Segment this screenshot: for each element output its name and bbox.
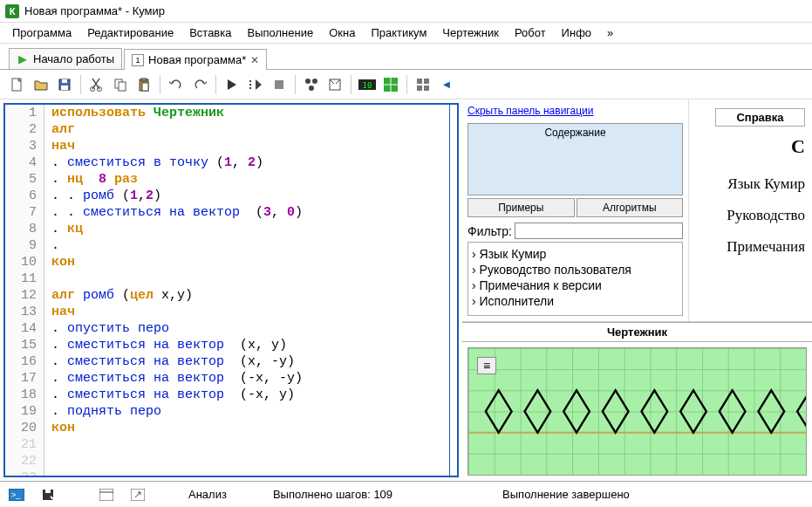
redo-button[interactable] [189,74,210,95]
svg-point-15 [305,79,310,84]
svg-rect-3 [61,86,68,90]
tab-label: Начало работы [33,52,114,65]
cut-button[interactable] [86,74,107,95]
svg-rect-24 [417,79,422,84]
svg-rect-33 [45,490,51,493]
svg-point-17 [309,86,314,91]
analyze-label: Анализ [188,488,227,501]
tab-start[interactable]: ▶ Начало работы [9,48,122,69]
stop-button[interactable] [269,74,290,95]
drawer-button[interactable] [380,74,401,95]
menu-item-инфо[interactable]: Инфо [555,24,598,41]
drawer-title: Чертежник [462,323,812,342]
algorithms-button[interactable]: Алгоритмы [577,198,684,217]
actors-button[interactable] [301,74,322,95]
window-title: Новая программа* - Кумир [24,4,165,17]
svg-rect-7 [119,82,126,91]
help-link[interactable]: Руководство [715,207,805,224]
hide-nav-link[interactable]: Скрыть панель навигации [467,105,683,117]
help-link[interactable]: Примечания [715,238,805,256]
console-button[interactable]: >_ [9,487,24,503]
separator [160,75,160,94]
svg-point-16 [312,79,317,84]
svg-rect-26 [417,86,422,91]
menu-item-выполнение[interactable]: Выполнение [240,24,320,41]
svg-rect-10 [142,83,148,91]
svg-rect-9 [141,79,147,81]
statusbar: >_ Анализ Выполнено шагов: 109 Выполнени… [0,481,812,507]
code-editor[interactable]: 1234567891011121314151617181920212223 ис… [3,103,459,477]
expand-button[interactable] [130,487,146,503]
svg-rect-14 [275,80,283,89]
help-link[interactable]: Язык Кумир [715,175,805,193]
grid-button[interactable] [413,74,433,95]
close-icon[interactable]: ✕ [250,54,259,66]
save-button[interactable] [54,74,75,95]
run-button[interactable] [222,74,242,95]
canvas-menu-button[interactable]: ≡ [477,357,496,374]
play-icon: ▶ [17,53,29,65]
tree-item[interactable]: › Руководство пользователя [472,262,679,277]
line-gutter: 1234567891011121314151617181920212223 [5,105,44,476]
menu-item-чертежник[interactable]: Чертежник [435,24,506,41]
svg-rect-28 [468,348,806,475]
svg-rect-12 [249,84,251,86]
menu-item-»[interactable]: » [600,24,620,41]
contents-button[interactable]: Содержание [467,123,683,195]
help-panel-title: Справка [715,108,805,127]
save-status-button[interactable] [40,487,56,503]
copy-button[interactable] [110,74,131,95]
svg-text:>_: >_ [11,490,21,499]
titlebar: К Новая программа* - Кумир [0,0,812,23]
examples-button[interactable]: Примеры [467,198,575,217]
help-view: Справка С Язык Кумир Руководство Примеча… [689,99,812,321]
menu-item-редактирование[interactable]: Редактирование [80,24,181,41]
undo-button[interactable] [166,74,187,95]
tree-item[interactable]: › Язык Кумир [472,246,679,262]
svg-rect-25 [424,79,429,84]
tab-label: Новая программа* [148,53,246,66]
counter-button[interactable]: 10 [357,74,378,95]
filter-label: Фильтр: [467,224,512,238]
filter-input[interactable] [515,223,683,239]
separator [295,75,296,94]
svg-rect-13 [249,87,251,89]
tab-program[interactable]: 1 Новая программа* ✕ [124,49,267,70]
help-tree[interactable]: › Язык Кумир› Руководство пользователя› … [467,242,683,316]
menu-item-практикум[interactable]: Практикум [364,24,433,41]
separator [406,75,407,94]
tasks-button[interactable] [324,74,345,95]
toolbar: 10 ◄ [0,70,812,99]
tabbar: ▶ Начало работы 1 Новая программа* ✕ [0,44,812,70]
menu-item-робот[interactable]: Робот [508,24,553,41]
steps-label: Выполнено шагов: 109 [273,488,392,501]
svg-rect-11 [249,80,251,82]
doc-icon: 1 [132,54,144,66]
new-file-button[interactable] [7,74,28,95]
done-label: Выполнение завершено [502,488,630,501]
svg-rect-2 [62,79,67,83]
step-button[interactable] [245,74,266,95]
app-icon: К [5,4,19,18]
menu-item-вставка[interactable]: Вставка [182,24,238,41]
drawer-canvas[interactable]: ≡ [467,347,807,476]
tree-item[interactable]: › Исполнители [472,293,679,309]
open-file-button[interactable] [31,74,51,95]
separator [80,75,81,94]
svg-rect-34 [99,489,113,501]
svg-rect-27 [424,86,429,91]
collapse-button[interactable]: ◄ [436,74,457,95]
paste-button[interactable] [133,74,154,95]
menu-item-программа[interactable]: Программа [5,24,78,41]
svg-text:10: 10 [363,81,372,90]
separator [351,75,351,94]
code-area[interactable]: использовать Чертежникалгнач. сместиться… [44,105,457,476]
drawer-panel: Чертежник [462,322,812,481]
nav-panel: Скрыть панель навигации Содержание Приме… [462,99,689,321]
menu-item-окна[interactable]: Окна [322,24,362,41]
tree-item[interactable]: › Примечания к версии [472,277,679,293]
window-button[interactable] [99,487,114,503]
separator [215,75,216,94]
menubar: ПрограммаРедактированиеВставкаВыполнение… [0,23,812,44]
help-heading: С [715,135,805,158]
